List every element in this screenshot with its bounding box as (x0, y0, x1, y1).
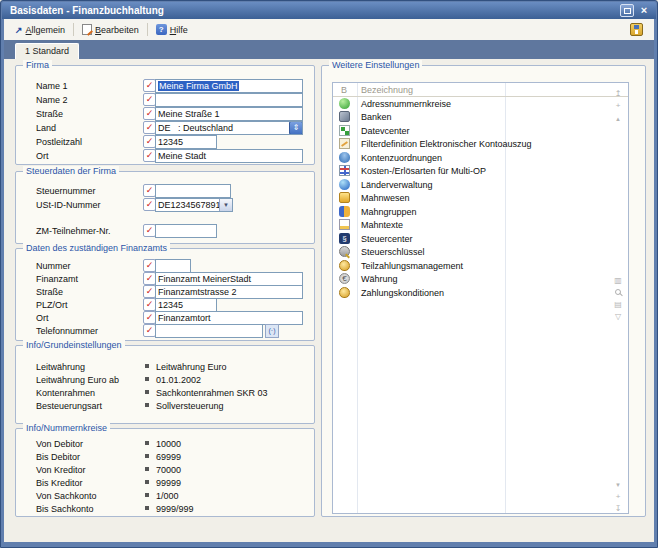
postleitzahl-value: 12345 (158, 137, 183, 147)
mahnwesen-icon (339, 192, 350, 203)
info-row: Leitwährung Leitwährung Euro (16, 360, 314, 374)
search-icon[interactable] (615, 289, 621, 295)
land-value: DE : Deutschland (158, 123, 233, 133)
column-header-b[interactable]: B (341, 85, 347, 95)
move-up-icon[interactable]: + (611, 101, 625, 111)
spinner-icon[interactable] (289, 121, 303, 135)
settings-list-item[interactable]: Steuerschlüssel (333, 246, 628, 259)
info-label: Kontenrahmen (36, 388, 95, 398)
settings-list-item[interactable]: Kosten-/Erlösarten für Multi-OP (333, 165, 628, 178)
menu-hilfe-label: Hilfe (170, 25, 188, 35)
fa-nummer-input[interactable] (155, 259, 191, 273)
strasse-value: Meine Straße 1 (158, 109, 220, 119)
ustid-select[interactable]: DE123456789123 (155, 198, 233, 212)
menu-bearbeiten[interactable]: Bearbeiten (77, 22, 144, 37)
settings-list-item[interactable]: Mahnwesen (333, 192, 628, 205)
kontenzuordnungen-icon (339, 152, 350, 163)
menu-hilfe[interactable]: Hilfe (151, 22, 193, 37)
settings-list-item[interactable]: Währung (333, 273, 628, 286)
field-label: USt-ID-Nummer (36, 200, 101, 210)
fa-ort-input[interactable]: Finanzamtort (155, 311, 303, 325)
scroll-to-top-icon[interactable]: ↥ (611, 89, 625, 99)
settings-list-item[interactable]: Filterdefinition Elektronischer Kontoaus… (333, 138, 628, 151)
info-label: Bis Debitor (36, 452, 80, 462)
menu-bar: Allgemein Bearbeiten Hilfe (4, 19, 654, 40)
field-label: Finanzamt (36, 274, 78, 284)
form-row: Straße Meine Straße 1 (16, 107, 314, 121)
arrow-up-right-icon (15, 25, 23, 35)
name1-input[interactable]: Meine Firma GmbH (155, 79, 303, 93)
land-select[interactable]: DE : Deutschland (155, 121, 303, 135)
settings-list-item[interactable]: Länderverwaltung (333, 179, 628, 192)
close-window-button[interactable]: × (637, 4, 651, 17)
chevron-down-icon[interactable] (219, 198, 233, 212)
field-label: Straße (36, 109, 63, 119)
settings-list-item[interactable]: Zahlungskonditionen (333, 287, 628, 300)
laenderverwaltung-icon (339, 179, 350, 190)
edit-document-icon (82, 24, 92, 35)
group-nummernkreise: Info/Nummernkreise Von Debitor 10000 Bis… (15, 428, 315, 517)
dial-phone-icon[interactable] (265, 324, 279, 338)
page-down-icon[interactable]: ▼ (611, 480, 625, 490)
field-label: Straße (36, 287, 63, 297)
menu-bearbeiten-label: Bearbeiten (95, 25, 139, 35)
settings-list-item[interactable]: Mahngruppen (333, 206, 628, 219)
bullet-icon (145, 506, 149, 510)
kosten-erloesarten-icon (339, 165, 350, 176)
bullet-icon (145, 390, 149, 394)
menu-separator (73, 23, 74, 36)
settings-list-header: B Bezeichnung (333, 83, 628, 97)
settings-item-label: Datevcenter (361, 126, 410, 136)
zm-teilnehmer-input[interactable] (155, 224, 217, 238)
ort-input[interactable]: Meine Stadt (155, 149, 303, 163)
bullet-icon (145, 364, 149, 368)
tab-standard[interactable]: 1 Standard (15, 43, 79, 59)
field-label: Steuernummer (36, 186, 96, 196)
save-floppy-icon (630, 23, 643, 36)
settings-list-item[interactable]: Banken (333, 111, 628, 124)
strasse-input[interactable]: Meine Straße 1 (155, 107, 303, 121)
help-icon (156, 24, 167, 35)
settings-item-label: Kosten-/Erlösarten für Multi-OP (361, 166, 486, 176)
info-value: 01.01.2002 (156, 375, 201, 385)
group-firma: Firma Name 1 Meine Firma GmbH Name 2 Str… (15, 65, 315, 165)
settings-list-item[interactable]: Kontenzuordnungen (333, 152, 628, 165)
steuernummer-input[interactable] (155, 184, 231, 198)
settings-list-item[interactable]: Datevcenter (333, 125, 628, 138)
settings-item-label: Währung (361, 274, 398, 284)
restore-window-button[interactable] (620, 4, 634, 17)
group-grundeinstellungen: Info/Grundeinstellungen Leitwährung Leit… (15, 345, 315, 424)
settings-item-label: Mahnwesen (361, 193, 410, 203)
settings-list-item[interactable]: Teilzahlungsmanagement (333, 260, 628, 273)
menu-allgemein[interactable]: Allgemein (10, 23, 70, 37)
form-row: Telefonnummer (16, 324, 314, 338)
info-value: 10000 (156, 439, 181, 449)
name2-input[interactable] (155, 93, 303, 107)
fa-strasse-input[interactable]: Finanzamtstrasse 2 (155, 285, 303, 299)
view-list-icon[interactable]: ▤ (611, 300, 625, 310)
field-label: Name 1 (36, 81, 68, 91)
info-row: Von Sachkonto 1/000 (16, 489, 314, 503)
settings-list-item[interactable]: Adressnummernkreise (333, 98, 628, 111)
telefonnummer-input[interactable] (155, 324, 263, 338)
page-up-icon[interactable]: ▲ (611, 114, 625, 124)
settings-item-label: Steuerschlüssel (361, 247, 425, 257)
info-value: 9999/999 (156, 504, 194, 514)
save-button[interactable] (630, 23, 643, 36)
window-title: Basisdaten - Finanzbuchhaltung (10, 5, 164, 16)
settings-list-item[interactable]: Mahntexte (333, 219, 628, 232)
postleitzahl-input[interactable]: 12345 (155, 135, 217, 149)
scroll-to-bottom-icon[interactable]: ↧ (611, 504, 625, 514)
restore-icon (624, 8, 631, 14)
settings-list-item[interactable]: Steuercenter (333, 233, 628, 246)
move-down-icon[interactable]: + (611, 492, 625, 502)
info-value: 69999 (156, 452, 181, 462)
column-header-bezeichnung[interactable]: Bezeichnung (361, 85, 413, 95)
filter-icon[interactable]: ▽ (611, 312, 625, 322)
bullet-icon (145, 441, 149, 445)
column-chooser-icon[interactable]: ▥ (611, 276, 625, 286)
group-steuerdaten: Steuerdaten der Firma Steuernummer USt-I… (15, 171, 315, 244)
fa-plz-input[interactable]: 12345 (155, 298, 217, 312)
form-row: Land DE : Deutschland (16, 121, 314, 135)
finanzamt-input[interactable]: Finanzamt MeinerStadt (155, 272, 303, 286)
